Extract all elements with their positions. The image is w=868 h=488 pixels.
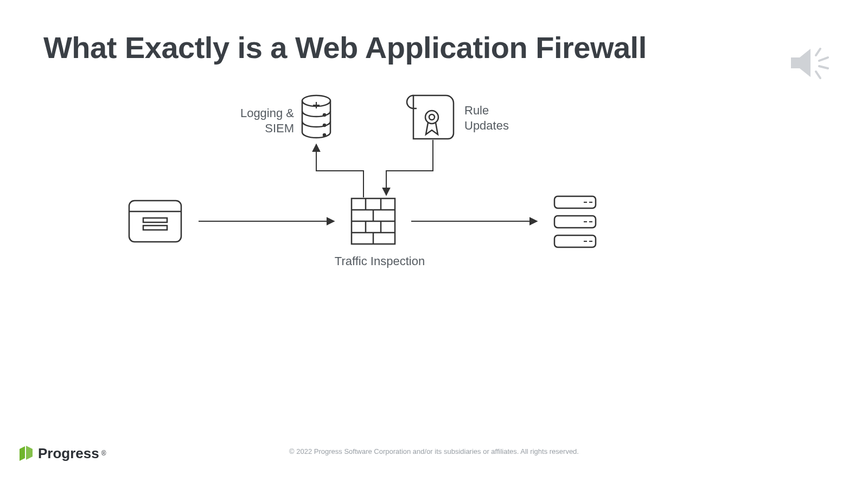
svg-rect-8 — [143, 226, 167, 230]
certificate-icon — [407, 95, 454, 139]
client-icon — [129, 201, 181, 242]
svg-rect-5 — [129, 201, 181, 242]
brand-trademark: ® — [101, 450, 106, 457]
servers-icon — [554, 196, 596, 247]
svg-point-34 — [425, 111, 438, 124]
label-traffic: Traffic Inspection — [304, 254, 456, 269]
diagram-canvas — [0, 0, 868, 488]
slide: What Exactly is a Web Application Firewa… — [0, 0, 868, 488]
label-rule-updates: Rule Updates — [464, 103, 509, 133]
database-icon — [302, 95, 330, 138]
firewall-icon — [352, 198, 395, 244]
svg-point-33 — [323, 134, 326, 136]
svg-rect-7 — [143, 218, 167, 222]
brand-name: Progress — [38, 445, 99, 462]
svg-marker-37 — [26, 446, 33, 460]
svg-point-32 — [323, 124, 326, 126]
svg-marker-36 — [20, 446, 25, 461]
connector-from-rules — [386, 140, 433, 195]
svg-point-35 — [429, 114, 435, 120]
brand-logo: Progress® — [20, 445, 106, 462]
svg-point-31 — [323, 114, 326, 116]
copyright: © 2022 Progress Software Corporation and… — [0, 447, 868, 455]
progress-mark-icon — [20, 445, 36, 462]
label-logging: Logging & SIEM — [201, 106, 294, 136]
connector-to-logging — [316, 144, 363, 197]
